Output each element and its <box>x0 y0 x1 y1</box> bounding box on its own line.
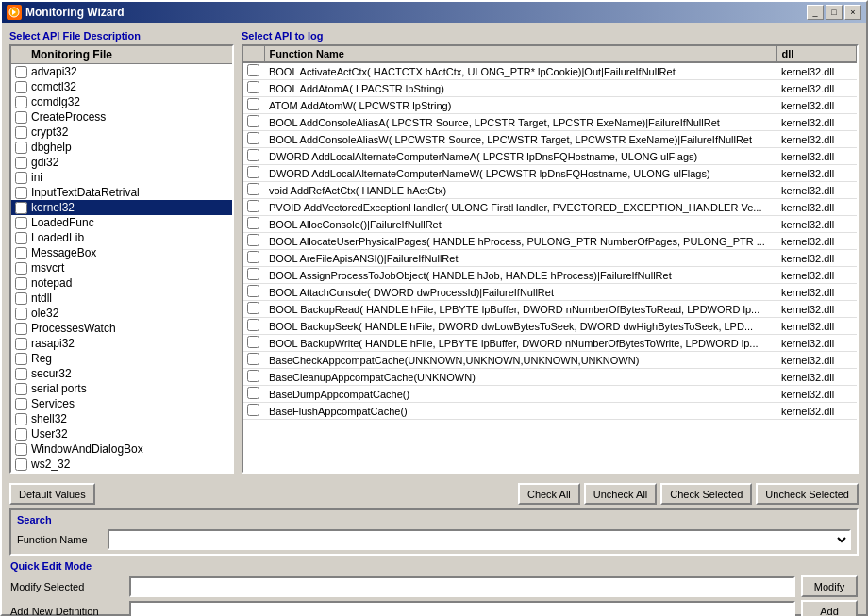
list-item-checkbox[interactable] <box>15 66 27 78</box>
list-item[interactable]: LoadedLib <box>11 230 232 245</box>
list-item[interactable]: notepad <box>11 275 232 291</box>
table-row[interactable]: BOOL AddConsoleAliasA( LPCSTR Source, LP… <box>243 114 857 131</box>
table-row[interactable]: DWORD AddLocalAlternateComputerNameA( LP… <box>243 148 857 165</box>
row-checkbox[interactable] <box>247 336 259 348</box>
list-item[interactable]: dbghelp <box>11 140 232 155</box>
list-item-checkbox[interactable] <box>15 277 27 290</box>
list-item[interactable]: shell32 <box>11 411 232 426</box>
uncheck-all-button[interactable]: Uncheck All <box>584 483 657 505</box>
list-item[interactable]: Services <box>11 396 232 411</box>
row-checkbox[interactable] <box>247 319 259 331</box>
list-item[interactable]: MessageBox <box>11 245 232 260</box>
list-item[interactable]: ws2_32 <box>11 457 232 472</box>
list-item-checkbox[interactable] <box>15 202 27 214</box>
table-row[interactable]: BOOL ActivateActCtx( HACTCTX hActCtx, UL… <box>243 62 857 80</box>
row-checkbox[interactable] <box>247 387 259 399</box>
list-item[interactable]: ProcessesWatch <box>11 321 232 336</box>
list-item[interactable]: ntdll <box>11 291 232 306</box>
table-row[interactable]: BOOL BackupWrite( HANDLE hFile, LPBYTE l… <box>243 335 857 352</box>
row-checkbox[interactable] <box>247 166 259 178</box>
list-item-checkbox[interactable] <box>15 96 27 108</box>
list-item[interactable]: advapi32 <box>11 64 232 79</box>
default-values-button[interactable]: Default Values <box>9 483 95 505</box>
row-checkbox[interactable] <box>247 64 259 76</box>
list-item[interactable]: ole32 <box>11 306 232 321</box>
add-input[interactable] <box>129 601 795 617</box>
list-item[interactable]: crypt32 <box>11 125 232 140</box>
row-checkbox[interactable] <box>247 217 259 229</box>
table-row[interactable]: ATOM AddAtomW( LPCWSTR lpString)kernel32… <box>243 97 857 114</box>
list-item[interactable]: kernel32 <box>11 200 232 215</box>
list-item-checkbox[interactable] <box>15 81 27 93</box>
list-item-checkbox[interactable] <box>15 172 27 184</box>
maximize-button[interactable]: □ <box>826 5 843 20</box>
list-item-checkbox[interactable] <box>15 217 27 229</box>
list-item-checkbox[interactable] <box>15 413 27 425</box>
row-checkbox[interactable] <box>247 285 259 297</box>
list-item-checkbox[interactable] <box>15 338 27 350</box>
modify-input[interactable] <box>129 576 795 597</box>
minimize-button[interactable]: _ <box>807 5 824 20</box>
list-item-checkbox[interactable] <box>15 247 27 259</box>
list-item-checkbox[interactable] <box>15 262 27 275</box>
table-row[interactable]: BOOL BackupRead( HANDLE hFile, LPBYTE lp… <box>243 301 857 318</box>
list-item-checkbox[interactable] <box>15 458 27 471</box>
row-checkbox[interactable] <box>247 81 259 93</box>
col-header-dll[interactable]: dll <box>777 46 857 62</box>
list-item[interactable]: comdlg32 <box>11 94 232 109</box>
list-item[interactable]: msvcrt <box>11 260 232 275</box>
table-row[interactable]: BaseCleanupAppcompatCache(UNKNOWN)kernel… <box>243 369 857 386</box>
list-item-checkbox[interactable] <box>15 292 27 305</box>
row-checkbox[interactable] <box>247 98 259 110</box>
list-item[interactable]: serial ports <box>11 381 232 396</box>
list-item[interactable]: ini <box>11 170 232 185</box>
list-item[interactable]: gdi32 <box>11 155 232 170</box>
list-item-checkbox[interactable] <box>15 428 27 441</box>
row-checkbox[interactable] <box>247 370 259 382</box>
table-row[interactable]: void AddRefActCtx( HANDLE hActCtx)kernel… <box>243 182 857 199</box>
modify-button[interactable]: Modify <box>801 575 858 597</box>
monitoring-file-list[interactable]: Monitoring File advapi32comctl32comdlg32… <box>9 44 234 474</box>
row-checkbox[interactable] <box>247 353 259 365</box>
table-row[interactable]: BOOL AreFileApisANSI()|FailureIfNullRetk… <box>243 250 857 267</box>
table-row[interactable]: BOOL AllocateUserPhysicalPages( HANDLE h… <box>243 233 857 250</box>
list-item[interactable]: CreateProcess <box>11 109 232 125</box>
list-item[interactable]: User32 <box>11 426 232 441</box>
table-row[interactable]: BaseFlushAppcompatCache()kernel32.dll <box>243 403 857 420</box>
list-item-checkbox[interactable] <box>15 443 27 456</box>
list-item-checkbox[interactable] <box>15 398 27 410</box>
row-checkbox[interactable] <box>247 251 259 263</box>
row-checkbox[interactable] <box>247 200 259 212</box>
list-item-checkbox[interactable] <box>15 353 27 365</box>
list-item[interactable]: comctl32 <box>11 79 232 94</box>
row-checkbox[interactable] <box>247 404 259 416</box>
table-row[interactable]: BOOL AllocConsole()|FailureIfNullRetkern… <box>243 216 857 233</box>
close-button[interactable]: × <box>844 5 861 20</box>
table-row[interactable]: BaseDumpAppcompatCache()kernel32.dll <box>243 386 857 403</box>
list-item-checkbox[interactable] <box>15 157 27 169</box>
table-row[interactable]: BaseCheckAppcompatCache(UNKNOWN,UNKNOWN,… <box>243 352 857 369</box>
list-item-checkbox[interactable] <box>15 383 27 395</box>
row-checkbox[interactable] <box>247 132 259 144</box>
list-item-checkbox[interactable] <box>15 142 27 154</box>
row-checkbox[interactable] <box>247 149 259 161</box>
table-row[interactable]: DWORD AddLocalAlternateComputerNameW( LP… <box>243 165 857 182</box>
row-checkbox[interactable] <box>247 115 259 127</box>
check-all-button[interactable]: Check All <box>518 483 580 505</box>
list-item[interactable]: LoadedFunc <box>11 215 232 230</box>
list-item[interactable]: rasapi32 <box>11 336 232 351</box>
table-row[interactable]: BOOL AssignProcessToJobObject( HANDLE hJ… <box>243 267 857 284</box>
function-name-select[interactable] <box>108 529 851 550</box>
list-item-checkbox[interactable] <box>15 308 27 320</box>
list-item-checkbox[interactable] <box>15 232 27 244</box>
list-item[interactable]: secur32 <box>11 366 232 381</box>
list-item-checkbox[interactable] <box>15 323 27 335</box>
list-item-checkbox[interactable] <box>15 126 27 139</box>
list-item-checkbox[interactable] <box>15 187 27 199</box>
row-checkbox[interactable] <box>247 268 259 280</box>
table-row[interactable]: BOOL AttachConsole( DWORD dwProcessId)|F… <box>243 284 857 301</box>
api-table-container[interactable]: Function Name dll BOOL ActivateActCtx( H… <box>242 44 859 474</box>
list-item-checkbox[interactable] <box>15 368 27 380</box>
row-checkbox[interactable] <box>247 234 259 246</box>
add-button[interactable]: Add <box>801 600 858 616</box>
